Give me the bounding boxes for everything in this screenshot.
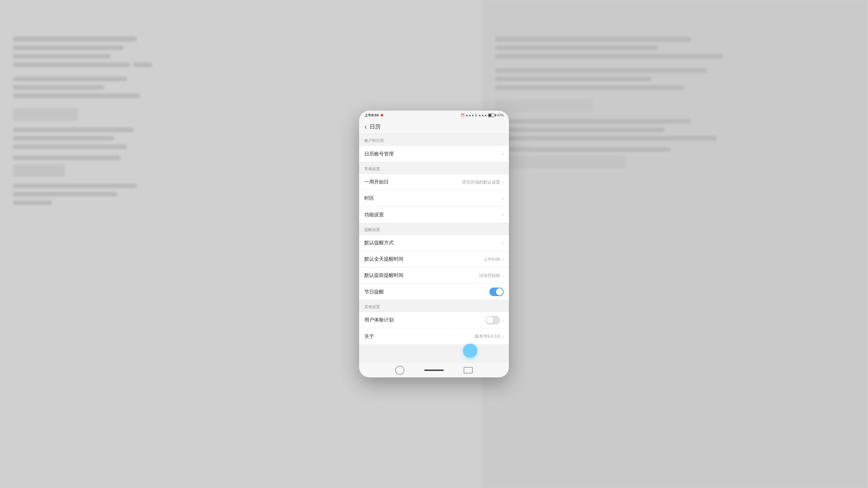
function-settings-item[interactable]: 功能设置 › [359, 206, 509, 223]
background-left [0, 0, 171, 488]
reminder-section-group: 默认提醒方式 › 默认全天提醒时间 上午8:00 › [359, 234, 509, 300]
status-bar: 上午9:04 ⏰ ▲▲▲ E ▲▲▲ 47% [359, 110, 509, 120]
signal-bars: ▲▲▲ [466, 113, 474, 117]
network-type: E [475, 113, 477, 117]
battery-percentage: 47% [497, 113, 504, 117]
bottom-navigation-bar [359, 363, 509, 378]
default-advance-label: 默认提前提醒时间 [364, 272, 403, 279]
signal-bars-2: ▲▲▲ [478, 113, 487, 117]
settings-scroll-area[interactable]: 账户和日历 日历账号管理 › 常规设置 一周开始日 [359, 134, 509, 363]
toggle-knob [496, 288, 503, 295]
time-display: 上午9:04 [364, 113, 379, 118]
week-start-label: 一周开始日 [364, 179, 389, 185]
home-indicator[interactable] [424, 369, 444, 371]
other-section-header: 其他设置 [359, 300, 509, 312]
background-right [482, 0, 868, 488]
default-advance-value: 活动开始前 [479, 273, 500, 279]
chevron-right-icon: › [502, 240, 504, 246]
page-title: 日历 [370, 123, 381, 130]
function-settings-label: 功能设置 [364, 212, 384, 218]
calendar-account-item[interactable]: 日历账号管理 › [359, 146, 509, 162]
chevron-right-icon: › [502, 334, 504, 339]
holiday-reminder-item[interactable]: 节日提醒 [359, 284, 509, 300]
chevron-right-icon: › [502, 180, 504, 185]
chevron-right-icon: › [502, 151, 504, 157]
user-experience-label: 用户体验计划 [364, 317, 394, 323]
alarm-icon: ⏰ [461, 113, 465, 117]
timezone-item[interactable]: 时区 › [359, 190, 509, 206]
status-time: 上午9:04 [364, 113, 383, 118]
account-section-group: 日历账号管理 › [359, 145, 509, 162]
default-reminder-type-item[interactable]: 默认提醒方式 › [359, 235, 509, 251]
bottom-spacer [359, 345, 509, 351]
week-start-value: 语言区域的默认设置 [462, 179, 500, 185]
general-section-header: 常规设置 [359, 162, 509, 174]
phone-frame: 上午9:04 ⏰ ▲▲▲ E ▲▲▲ 47% ‹ [359, 110, 509, 378]
holiday-reminder-label: 节日提醒 [364, 289, 384, 295]
default-allday-value: 上午8:00 [484, 256, 500, 262]
timezone-label: 时区 [364, 195, 374, 201]
calendar-account-label: 日历账号管理 [364, 151, 394, 157]
navigation-bar: ‹ 日历 [359, 120, 509, 134]
chevron-right-icon: › [502, 212, 504, 217]
chevron-right-icon: › [502, 257, 504, 262]
about-item[interactable]: 关于 版本号9.0.3.0 › [359, 328, 509, 345]
back-arrow-icon[interactable]: ‹ [364, 123, 367, 131]
week-start-item[interactable]: 一周开始日 语言区域的默认设置 › [359, 174, 509, 190]
other-section-group: 用户体验计划 › 关于 版本号9.0.3.0 › [359, 312, 509, 345]
battery-indicator [488, 113, 496, 117]
back-button[interactable]: ‹ [364, 123, 367, 131]
item-left: 日历账号管理 [364, 151, 394, 157]
default-advance-reminder-item[interactable]: 默认提前提醒时间 活动开始前 › [359, 267, 509, 284]
general-section-group: 一周开始日 语言区域的默认设置 › 时区 › [359, 174, 509, 223]
reminder-section-header: 提醒设置 [359, 223, 509, 234]
about-version: 版本号9.0.3.0 [475, 333, 500, 339]
status-icons: ⏰ ▲▲▲ E ▲▲▲ 47% [461, 113, 504, 117]
toggle-knob [487, 317, 494, 324]
chevron-right-icon: › [502, 318, 504, 323]
about-label: 关于 [364, 333, 374, 340]
recents-icon[interactable] [464, 367, 473, 373]
chevron-right-icon: › [502, 196, 504, 201]
floating-action-button[interactable] [463, 344, 477, 358]
user-experience-item[interactable]: 用户体验计划 › [359, 312, 509, 328]
account-section-header: 账户和日历 [359, 134, 509, 145]
back-gesture-area[interactable] [395, 366, 404, 375]
holiday-reminder-toggle[interactable] [489, 288, 504, 296]
item-right: › [502, 151, 504, 157]
user-experience-toggle[interactable] [486, 316, 500, 324]
notification-dot [381, 114, 383, 117]
default-allday-reminder-item[interactable]: 默认全天提醒时间 上午8:00 › [359, 251, 509, 267]
default-allday-label: 默认全天提醒时间 [364, 256, 403, 262]
chevron-right-icon: › [502, 273, 504, 278]
default-reminder-type-label: 默认提醒方式 [364, 240, 394, 246]
